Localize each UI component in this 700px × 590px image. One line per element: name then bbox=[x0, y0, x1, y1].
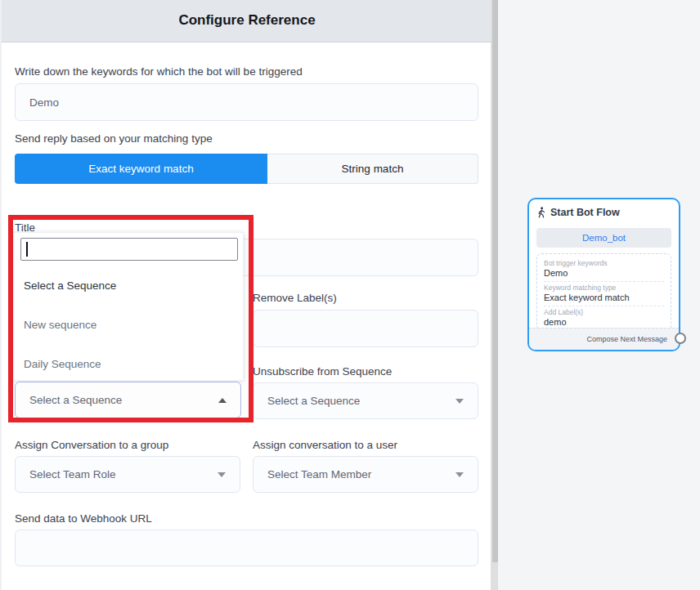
node-field-trigger-keywords: Bot trigger keywords Demo bbox=[544, 257, 664, 281]
node-field-add-labels: Add Label(s) demo bbox=[544, 306, 664, 330]
panel-header: Configure Reference bbox=[2, 0, 492, 42]
unsubscribe-sequence-label: Unsubscribe from Sequence bbox=[253, 365, 392, 378]
assign-user-label: Assign conversation to a user bbox=[253, 439, 397, 451]
node-fields-box: Bot trigger keywords Demo Keyword matchi… bbox=[536, 253, 671, 333]
vertical-scrollbar[interactable] bbox=[491, 0, 498, 590]
webhook-url-label: Send data to Webhook URL bbox=[15, 512, 152, 525]
tab-exact-keyword-match[interactable]: Exact keyword match bbox=[15, 154, 267, 184]
text-cursor bbox=[26, 242, 28, 257]
node-field-value: Exact keyword match bbox=[544, 293, 664, 303]
node-header: Start Bot Flow bbox=[537, 207, 620, 218]
node-footer: Compose Next Message bbox=[529, 328, 679, 350]
keywords-label: Write down the keywords for which the bo… bbox=[15, 65, 303, 78]
node-field-label: Add Label(s) bbox=[544, 308, 664, 317]
output-connector-handle[interactable] bbox=[675, 333, 686, 344]
remove-labels-label: Remove Label(s) bbox=[253, 292, 337, 304]
sequence-option-select-a-sequence[interactable]: Select a Sequence bbox=[24, 279, 116, 292]
unsubscribe-sequence-select[interactable]: Select a Sequence bbox=[253, 382, 478, 419]
tab-string-match[interactable]: String match bbox=[267, 154, 478, 184]
caret-down-icon bbox=[455, 399, 464, 404]
page-title: Configure Reference bbox=[2, 0, 492, 41]
sequence-option-daily-sequence[interactable]: Daily Sequence bbox=[24, 358, 101, 370]
matching-type-tabs: Exact keyword match String match bbox=[15, 154, 478, 184]
caret-up-icon bbox=[218, 398, 227, 403]
configure-reference-panel: Configure Reference Write down the keywo… bbox=[0, 0, 491, 590]
start-bot-flow-node[interactable]: Start Bot Flow Demo_bot Bot trigger keyw… bbox=[527, 198, 680, 351]
caret-down-icon bbox=[218, 472, 226, 477]
node-field-label: Keyword matching type bbox=[544, 284, 664, 293]
bot-name-button[interactable]: Demo_bot bbox=[536, 228, 671, 248]
assign-group-select[interactable]: Select Team Role bbox=[15, 456, 240, 493]
assign-group-value: Select Team Role bbox=[29, 468, 116, 480]
unsubscribe-sequence-value: Select a Sequence bbox=[267, 395, 360, 407]
compose-next-message-label: Compose Next Message bbox=[586, 335, 667, 343]
scrollbar-thumb[interactable] bbox=[492, 0, 498, 562]
sequence-search-input[interactable] bbox=[20, 238, 238, 261]
keywords-input[interactable] bbox=[15, 83, 478, 121]
remove-labels-input[interactable] bbox=[253, 310, 478, 347]
node-field-value: Demo bbox=[544, 268, 664, 279]
flow-canvas: Start Bot Flow Demo_bot Bot trigger keyw… bbox=[498, 0, 700, 590]
caret-down-icon bbox=[455, 472, 464, 477]
node-field-label: Bot trigger keywords bbox=[544, 259, 664, 268]
sequence-dropdown-menu: Select a Sequence New sequence Daily Seq… bbox=[13, 232, 244, 381]
assign-user-select[interactable]: Select Team Member bbox=[253, 456, 478, 493]
subscribe-sequence-select-open[interactable]: Select a Sequence bbox=[15, 382, 241, 418]
assign-user-value: Select Team Member bbox=[267, 468, 371, 480]
matching-type-label: Send reply based on your matching type bbox=[15, 132, 213, 145]
node-field-value: demo bbox=[544, 317, 664, 328]
node-title: Start Bot Flow bbox=[550, 207, 620, 218]
subscribe-sequence-value: Select a Sequence bbox=[29, 394, 122, 406]
walking-person-icon bbox=[537, 207, 546, 218]
assign-group-label: Assign Conversation to a group bbox=[15, 439, 168, 451]
webhook-url-input[interactable] bbox=[15, 530, 478, 566]
node-field-matching-type: Keyword matching type Exact keyword matc… bbox=[544, 281, 664, 306]
sequence-option-new-sequence[interactable]: New sequence bbox=[24, 319, 96, 331]
